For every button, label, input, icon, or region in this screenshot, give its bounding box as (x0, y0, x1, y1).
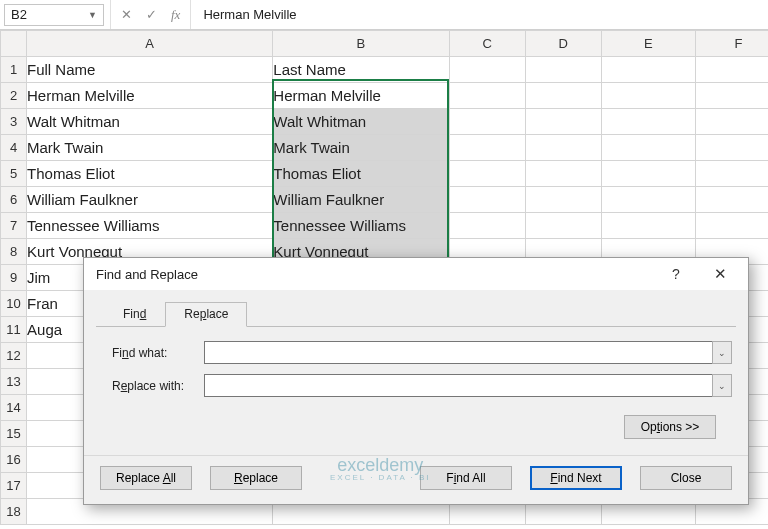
cell[interactable]: William Faulkner (273, 187, 449, 213)
cell[interactable] (601, 109, 695, 135)
row-head[interactable]: 15 (1, 421, 27, 447)
row-head[interactable]: 2 (1, 83, 27, 109)
col-head-a[interactable]: A (27, 31, 273, 57)
close-icon[interactable]: ✕ (700, 260, 740, 288)
cell[interactable] (525, 161, 601, 187)
cell[interactable] (601, 161, 695, 187)
cancel-icon[interactable]: ✕ (121, 7, 132, 22)
cell[interactable] (601, 57, 695, 83)
cell[interactable] (449, 57, 525, 83)
dialog-help-button[interactable]: ? (656, 260, 696, 288)
row-head[interactable]: 12 (1, 343, 27, 369)
row-head[interactable]: 13 (1, 369, 27, 395)
col-head-f[interactable]: F (695, 31, 768, 57)
cell[interactable] (695, 187, 768, 213)
cell[interactable]: Herman Melville (27, 83, 273, 109)
row-head[interactable]: 10 (1, 291, 27, 317)
cell[interactable]: Thomas Eliot (27, 161, 273, 187)
cell[interactable] (449, 109, 525, 135)
cell[interactable]: William Faulkner (27, 187, 273, 213)
name-box-value: B2 (11, 7, 27, 22)
row-head[interactable]: 16 (1, 447, 27, 473)
row-head[interactable]: 14 (1, 395, 27, 421)
options-button[interactable]: Options >> (624, 415, 716, 439)
cell[interactable]: Walt Whitman (273, 109, 449, 135)
select-all-corner[interactable] (1, 31, 27, 57)
chevron-down-icon: ▼ (88, 10, 97, 20)
replace-all-button[interactable]: Replace All (100, 466, 192, 490)
cell[interactable]: Tennessee Williams (273, 213, 449, 239)
find-what-combo[interactable]: ⌄ (204, 341, 732, 364)
row-head[interactable]: 8 (1, 239, 27, 265)
row-head[interactable]: 11 (1, 317, 27, 343)
cell[interactable] (525, 187, 601, 213)
cell[interactable] (695, 83, 768, 109)
row-head[interactable]: 5 (1, 161, 27, 187)
formula-input[interactable]: Herman Melville (191, 0, 768, 29)
cell[interactable] (695, 57, 768, 83)
cell[interactable]: Thomas Eliot (273, 161, 449, 187)
col-head-b[interactable]: B (273, 31, 449, 57)
chevron-down-icon[interactable]: ⌄ (712, 374, 732, 397)
cell[interactable] (525, 135, 601, 161)
dialog-titlebar[interactable]: Find and Replace ? ✕ (84, 258, 748, 290)
cell[interactable]: Mark Twain (273, 135, 449, 161)
chevron-down-icon[interactable]: ⌄ (712, 341, 732, 364)
cell[interactable] (695, 135, 768, 161)
row-head[interactable]: 18 (1, 499, 27, 525)
replace-button[interactable]: Replace (210, 466, 302, 490)
cell[interactable] (695, 109, 768, 135)
cell[interactable]: Last Name (273, 57, 449, 83)
cell[interactable]: Full Name (27, 57, 273, 83)
tab-replace[interactable]: Replace (165, 302, 247, 327)
row-head[interactable]: 7 (1, 213, 27, 239)
find-what-label: Find what: (112, 346, 204, 360)
cell[interactable] (525, 57, 601, 83)
cell[interactable] (601, 213, 695, 239)
col-head-c[interactable]: C (449, 31, 525, 57)
dialog-tabs: Find Replace (104, 300, 748, 326)
cell[interactable] (449, 161, 525, 187)
cell[interactable] (601, 135, 695, 161)
dialog-body: Find what: ⌄ Replace with: ⌄ Options >> (84, 327, 748, 439)
row-head[interactable]: 4 (1, 135, 27, 161)
fx-icon[interactable]: fx (171, 7, 180, 23)
row-head[interactable]: 1 (1, 57, 27, 83)
row-head[interactable]: 9 (1, 265, 27, 291)
replace-with-label: Replace with: (112, 379, 204, 393)
cell[interactable] (449, 135, 525, 161)
name-box[interactable]: B2 ▼ (4, 4, 104, 26)
cell[interactable] (601, 83, 695, 109)
row-head[interactable]: 3 (1, 109, 27, 135)
replace-with-input[interactable] (204, 374, 712, 397)
cell[interactable] (525, 213, 601, 239)
row-head[interactable]: 17 (1, 473, 27, 499)
formula-bar-controls: ✕ ✓ fx (110, 0, 191, 29)
confirm-icon[interactable]: ✓ (146, 7, 157, 22)
find-all-button[interactable]: Find All (420, 466, 512, 490)
cell[interactable]: Mark Twain (27, 135, 273, 161)
cell[interactable] (449, 83, 525, 109)
cell[interactable] (695, 213, 768, 239)
cell[interactable] (601, 187, 695, 213)
dialog-title: Find and Replace (96, 267, 198, 282)
col-head-d[interactable]: D (525, 31, 601, 57)
close-button[interactable]: Close (640, 466, 732, 490)
cell[interactable] (525, 109, 601, 135)
cell[interactable] (449, 187, 525, 213)
cell[interactable] (695, 161, 768, 187)
dialog-footer: Replace All Replace Find All Find Next C… (84, 455, 748, 504)
col-head-e[interactable]: E (601, 31, 695, 57)
tab-find[interactable]: Find (104, 302, 165, 327)
cell[interactable]: Herman Melville (273, 83, 449, 109)
find-next-button[interactable]: Find Next (530, 466, 622, 490)
cell[interactable]: Walt Whitman (27, 109, 273, 135)
row-head[interactable]: 6 (1, 187, 27, 213)
find-what-input[interactable] (204, 341, 712, 364)
find-replace-dialog: Find and Replace ? ✕ Find Replace Find w… (83, 257, 749, 505)
cell[interactable] (449, 213, 525, 239)
replace-with-combo[interactable]: ⌄ (204, 374, 732, 397)
formula-bar: B2 ▼ ✕ ✓ fx Herman Melville (0, 0, 768, 30)
cell[interactable]: Tennessee Williams (27, 213, 273, 239)
cell[interactable] (525, 83, 601, 109)
